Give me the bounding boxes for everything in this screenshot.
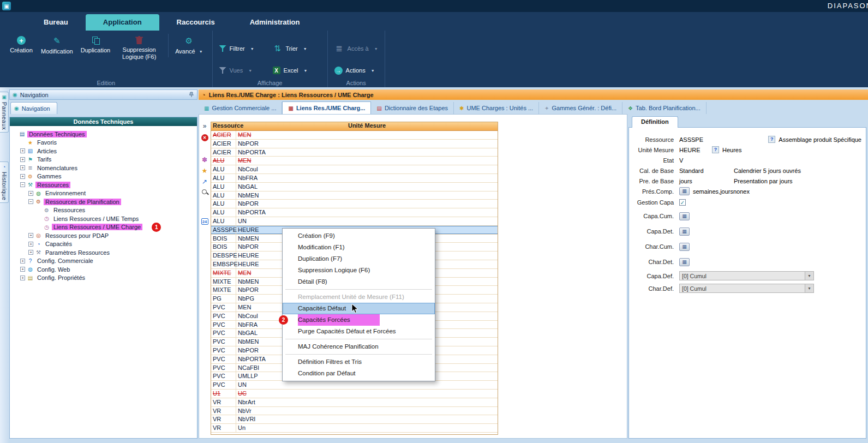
table-row[interactable]: ACIERNbPOR (211, 140, 498, 148)
tree-item-favoris[interactable]: ★Favoris (10, 139, 197, 147)
context-menu-item-modification-f1[interactable]: Modification (F1) (283, 242, 435, 253)
table-row[interactable]: ALUNbPOR (211, 200, 498, 208)
expander-icon[interactable]: + (20, 174, 25, 179)
document-tab-dictionnaire-des-etapes[interactable]: ▤Dictionnaire des Etapes (371, 102, 454, 114)
trier-button[interactable]: ⇅Trier▼ (273, 41, 321, 56)
grid-button-capa-cum[interactable]: ▦ (679, 212, 690, 220)
search-icon[interactable] (201, 188, 209, 196)
context-menu-item-definition-filtres-et-tris[interactable]: Définition Filtres et Tris (283, 356, 435, 368)
filtrer-button[interactable]: Filtrer▼ (219, 41, 267, 56)
expander-icon[interactable]: − (20, 182, 25, 187)
grid-button-char-det[interactable]: ▦ (679, 258, 690, 266)
expander-icon[interactable]: + (20, 165, 25, 170)
tree-item-ressources[interactable]: −⚒Ressources (10, 181, 197, 189)
context-menu-item-suppression-logique-f6[interactable]: Suppression Logique (F6) (283, 265, 435, 276)
tree-item-ressources[interactable]: ⚙Ressources (10, 206, 197, 215)
table-row[interactable]: ACIERMEN (211, 131, 498, 140)
tree-item-gammes[interactable]: +⚙Gammes (10, 172, 197, 181)
table-row[interactable]: ALUUN (211, 217, 498, 226)
table-row[interactable]: ALUNbCoul (211, 165, 498, 174)
tree-item-config-proprietes[interactable]: +▤Config. Propriétés (10, 274, 197, 283)
help-icon[interactable]: ? (768, 136, 775, 143)
context-menu-item-creation-f9[interactable]: Création (F9) (283, 230, 435, 242)
document-tab-liens-res-ume-charg[interactable]: ▦Liens Res./UME Charg... (282, 101, 371, 114)
expander-icon[interactable]: + (28, 191, 33, 196)
grid-button-capa-det[interactable]: ▦ (679, 228, 690, 236)
context-menu-item-capacites-forcees[interactable]: Capacités Forcées2 (283, 314, 435, 326)
expander-icon[interactable]: + (28, 242, 33, 247)
help-icon[interactable]: ? (712, 146, 719, 153)
modification-button[interactable]: ✎Modification (38, 34, 76, 57)
table-row[interactable]: ACIERNbPORTA (211, 148, 498, 157)
tab-definition[interactable]: Définition (632, 116, 678, 128)
context-menu-item-duplication-f7[interactable]: Duplication (F7) (283, 253, 435, 265)
suppression-logique-f6-button[interactable]: Suppression Logique (F6) (115, 34, 163, 63)
menu-tab-bureau[interactable]: Bureau (26, 14, 86, 31)
document-tab-ume-charges-unites[interactable]: ✱UME Charges : Unités ... (454, 102, 539, 114)
actions-button[interactable]: →Actions▼ (334, 63, 378, 77)
remove-icon[interactable]: ✕ (201, 134, 208, 141)
favorite-star-icon[interactable]: ★ (201, 166, 209, 175)
collapse-icon[interactable]: » (201, 122, 209, 130)
expander-icon[interactable]: + (20, 157, 25, 162)
table-row[interactable]: PVCUN (211, 381, 498, 390)
tree-item-ressources-de-planification[interactable]: −⚙Ressources de Planification (10, 197, 197, 206)
column-header-unite-mesure[interactable]: Unité Mesure (236, 122, 498, 130)
tree-item-config-commerciale[interactable]: +?Config. Commerciale (10, 257, 197, 266)
column-header-ressource[interactable]: Ressource (211, 122, 236, 130)
table-row[interactable]: VRUn (211, 424, 498, 433)
menu-tab-application[interactable]: Application (86, 14, 159, 31)
context-menu-item-maj-coherence-planification[interactable]: MAJ Cohérence Planification (283, 341, 435, 352)
duplication-button[interactable]: Duplication (78, 34, 113, 56)
document-tab-gammes-gener-defi[interactable]: ✦Gammes Génér. : Défi... (539, 102, 622, 114)
excel-button[interactable]: XExcel▼ (273, 63, 321, 77)
expander-icon[interactable]: + (20, 267, 25, 272)
document-tab-tab-bord-planification[interactable]: ❖Tab. Bord Planification... (622, 102, 707, 114)
menu-tab-raccourcis[interactable]: Raccourcis (159, 14, 232, 31)
settings-flower-icon[interactable]: ✽ (201, 155, 209, 164)
creation-button[interactable]: +Création (7, 34, 36, 56)
table-row[interactable]: U1UC (211, 390, 498, 398)
tree-item-liens-ressources-ume-charge[interactable]: ◷Liens Ressources / UME Charge1 (10, 223, 197, 232)
grid-button-char-cum[interactable]: ▦ (679, 243, 690, 251)
side-tab-panneaux[interactable]: ▣Panneaux (0, 92, 9, 133)
document-tab-gestion-commerciale[interactable]: ▦Gestion Commerciale ... (199, 102, 282, 114)
tree-item-parametres-ressources[interactable]: +⚒Paramètres Ressources (10, 248, 197, 257)
table-row[interactable]: ALUMEN (211, 157, 498, 165)
pin-icon[interactable] (189, 92, 194, 98)
tab-navigation[interactable]: ◉ Navigation (10, 102, 57, 114)
table-row[interactable]: VRNbVRI (211, 415, 498, 424)
context-menu-item-condition-par-defaut[interactable]: Condition par Défaut (283, 368, 435, 379)
side-tab-historique[interactable]: ◔Historique (0, 161, 9, 203)
expander-icon[interactable]: − (28, 199, 33, 204)
tree-item-environnement[interactable]: +◍Environnement (10, 189, 197, 198)
tree-item-config-web[interactable]: +◍Config. Web (10, 265, 197, 274)
tree-item-capacites[interactable]: +◔Capacités (10, 240, 197, 249)
tree-item-donnees-techniques[interactable]: ▤Données Techniques (10, 130, 197, 139)
table-row[interactable]: ALUNbFRA (211, 174, 498, 183)
tree-item-liens-ressources-ume-temps[interactable]: ◷Liens Ressources / UME Temps (10, 214, 197, 223)
tree-item-tarifs[interactable]: +⚑Tarifs (10, 155, 197, 164)
table-row[interactable]: ALUNbMEN (211, 191, 498, 200)
table-row[interactable]: VRNbVr (211, 407, 498, 416)
tree-item-nomenclatures[interactable]: +≣Nomenclatures (10, 164, 197, 172)
table-row[interactable]: VRNbrArt (211, 398, 498, 407)
tree-item-articles[interactable]: +▧Articles (10, 147, 197, 155)
expander-icon[interactable]: + (20, 276, 25, 280)
expander-icon[interactable]: + (28, 250, 33, 255)
expander-icon[interactable]: + (28, 233, 33, 238)
checkbox-gestion-capa[interactable]: ✓ (679, 199, 686, 206)
dropdown-capa-def[interactable]: [0] Cumul▼ (679, 271, 814, 280)
context-menu-item-purge-capacites-defaut-et-forcees[interactable]: Purge Capacités Défaut et Forcées (283, 326, 435, 337)
tree-item-ressources-pour-pdap[interactable]: +◎Ressources pour PDAP (10, 231, 197, 240)
avance-button[interactable]: ⚙Avancé▼ (168, 34, 205, 57)
expander-icon[interactable]: + (20, 259, 25, 264)
context-menu-item-detail-f8[interactable]: Détail (F8) (283, 276, 435, 288)
send-arrow-icon[interactable]: ↗ (201, 177, 209, 185)
menu-tab-administration[interactable]: Administration (232, 14, 318, 31)
expander-icon[interactable]: + (20, 148, 25, 153)
table-row[interactable]: ALUNbPORTA (211, 208, 498, 217)
dropdown-char-def[interactable]: [0] Cumul▼ (679, 284, 814, 293)
table-row[interactable]: ALUNbGAL (211, 183, 498, 191)
grid-button-pres-comp[interactable]: ▦ (679, 187, 690, 195)
